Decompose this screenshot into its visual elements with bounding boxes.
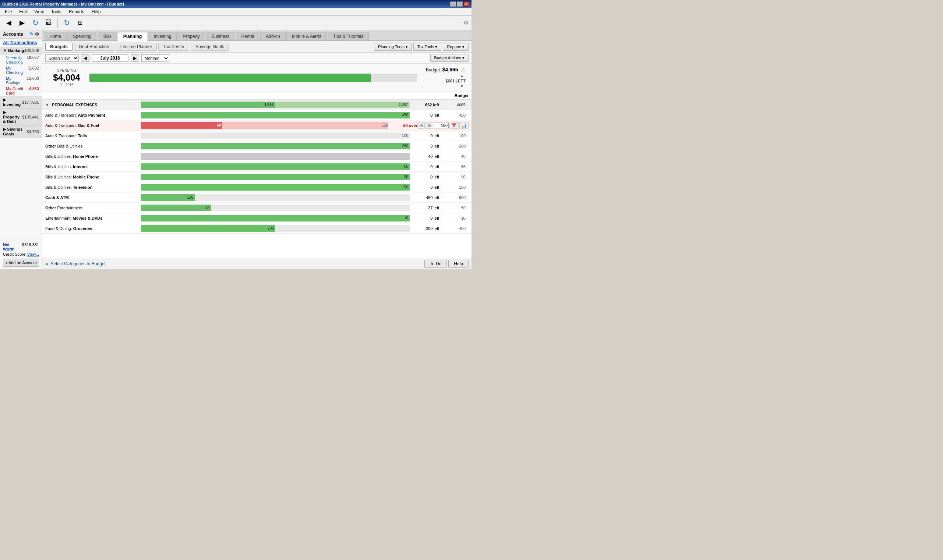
bar-track: 450 <box>141 112 410 118</box>
select-categories-link[interactable]: ● Select Categories to Budget <box>45 261 106 267</box>
tax-tools-button[interactable]: Tax Tools ▾ <box>413 43 442 51</box>
section-name[interactable]: ▼ PERSONAL EXPENSES <box>45 103 141 107</box>
budget-actions-button[interactable]: Budget Actions ▾ <box>430 54 468 62</box>
menu-edit[interactable]: Edit <box>16 8 30 15</box>
tab-bills[interactable]: Bills <box>98 32 117 40</box>
period-select[interactable]: Monthly Weekly Quarterly Annual <box>141 54 169 62</box>
tab-home[interactable]: Home <box>44 32 66 40</box>
tab-property[interactable]: Property <box>177 32 205 40</box>
grid-button[interactable]: ⊞ <box>74 17 86 29</box>
all-transactions-link[interactable]: All Transactions <box>0 38 42 47</box>
sidebar-section-savings[interactable]: ▶ Savings Goals $4,750 <box>0 125 42 138</box>
row-category-name: Entertainment <box>57 206 82 210</box>
tab-investing[interactable]: Investing <box>148 32 177 40</box>
maximize-btn[interactable]: □ <box>457 2 463 7</box>
close-btn[interactable]: ✕ <box>464 2 469 7</box>
section-budget-val: 4665 <box>439 103 468 107</box>
section-bar-fill-spent: 1,996 <box>141 102 275 108</box>
planning-tools-button[interactable]: Planning Tools ▾ <box>374 43 411 51</box>
row-chart-icon[interactable]: 📊 <box>459 122 468 129</box>
period-display: July 2016 <box>92 54 128 62</box>
tab-tips[interactable]: Tips & Tutorials <box>328 32 369 40</box>
row-split-icon[interactable]: ⊞ <box>418 122 425 129</box>
subtab-tax-center[interactable]: Tax Center <box>158 43 189 51</box>
sidebar-section-banking[interactable]: ▼ Banking $30,209 <box>0 47 42 54</box>
row-left-mobile-phone: 0 left <box>410 175 439 179</box>
row-budget-movies-dvds: 10 <box>439 216 468 220</box>
warning-icon: ⚠ <box>461 66 465 72</box>
tab-planning[interactable]: Planning <box>118 32 148 41</box>
period-next-button[interactable]: ▶ <box>131 54 139 62</box>
row-category-prefix: Auto & Transport: <box>45 123 78 128</box>
bar-fill: 65 <box>141 163 410 170</box>
row-budget-home-phone: 40 <box>439 154 468 158</box>
tab-rental[interactable]: Rental <box>236 32 260 40</box>
sidebar-section-investing[interactable]: ▶ Investing $177,931 <box>0 96 42 109</box>
row-left-internet: 0 left <box>410 165 439 169</box>
row-left-other-bills: 0 left <box>410 144 439 148</box>
row-calendar-icon[interactable]: 📅 <box>449 122 459 129</box>
net-worth-label[interactable]: Net Worth <box>3 243 22 251</box>
menu-file[interactable]: File <box>2 8 15 15</box>
section-bar-fill-remaining: 2,007 <box>275 102 409 108</box>
account-my-savings[interactable]: My Savings 12,600 <box>0 75 42 86</box>
forward-button[interactable]: ▶ <box>16 17 28 29</box>
subtab-debt-reduction[interactable]: Debt Reduction <box>74 43 114 51</box>
account-name: ↻ Family Checking <box>6 55 26 65</box>
row-budget-other-entertainment: 50 <box>439 206 468 210</box>
account-my-credit-card[interactable]: My Credit Card -4,880 <box>0 86 42 96</box>
row-category-prefix: Auto & Transport: <box>45 134 78 138</box>
bar-track: 50 <box>141 122 388 129</box>
minimize-btn[interactable]: ─ <box>450 2 456 7</box>
section-bar-track: 1,996 2,007 <box>141 102 410 108</box>
credit-score-link[interactable]: View... <box>27 252 39 257</box>
menu-tools[interactable]: Tools <box>48 8 65 15</box>
menu-help[interactable]: Help <box>88 8 104 15</box>
subtab-savings-goals[interactable]: Savings Goals <box>191 43 228 51</box>
reports-button[interactable]: Reports ▾ <box>443 43 468 51</box>
row-name-internet: Bills & Utilities: Internet <box>45 165 141 169</box>
menu-view[interactable]: View <box>31 8 47 15</box>
scroll-up-arrow[interactable]: ▲ <box>458 73 465 78</box>
budget-toolbar: Graph View Annual View ◀ July 2016 ▶ Mon… <box>42 52 471 64</box>
tab-spending[interactable]: Spending <box>67 32 97 40</box>
toolbar: ◀ ▶ ↻ 🏛 ↻ ⊞ ⚙ <box>0 15 471 30</box>
row-category-name: Cash & ATM <box>45 195 69 200</box>
add-account-button[interactable]: + Add an Account <box>3 258 39 267</box>
scroll-down-arrow[interactable]: ▼ <box>458 83 465 89</box>
period-prev-button[interactable]: ◀ <box>81 54 89 62</box>
section-expand-icon[interactable]: ▼ <box>45 103 49 107</box>
title-text: Quicken 2016 Rental Property Manager - M… <box>2 2 124 6</box>
tab-addon[interactable]: Add-on <box>260 32 286 40</box>
subtab-lifetime-planner[interactable]: Lifetime Planner <box>116 43 157 51</box>
sidebar-refresh-icon[interactable]: ↻ <box>30 32 34 37</box>
budget-amount: $4,665 <box>442 66 458 72</box>
row-budget-input-gas-fuel[interactable] <box>434 123 449 128</box>
window-controls[interactable]: ─ □ ✕ <box>450 2 469 7</box>
help-button[interactable]: Help <box>448 260 468 268</box>
sidebar-settings-icon[interactable]: ⚙ <box>35 32 39 37</box>
sidebar-header: Accounts ↻ ⚙ <box>0 30 42 38</box>
menu-reports[interactable]: Reports <box>66 8 88 15</box>
tab-mobile-alerts[interactable]: Mobile & Alerts <box>287 32 327 40</box>
select-categories-label: Select Categories to Budget <box>51 261 105 266</box>
view-select[interactable]: Graph View Annual View <box>45 54 79 62</box>
tab-business[interactable]: Business <box>206 32 235 40</box>
gear-icon[interactable]: ⚙ <box>464 19 468 26</box>
sub-area: Budgets Debt Reduction Lifetime Planner … <box>42 41 471 269</box>
secondary-nav-right: Planning Tools ▾ Tax Tools ▾ Reports ▾ <box>374 43 468 51</box>
subtab-budgets[interactable]: Budgets <box>45 43 72 51</box>
bottom-bar: ● Select Categories to Budget To Do Help <box>42 258 471 269</box>
sidebar-section-property[interactable]: ▶ Property & Debt $105,441 <box>0 109 42 125</box>
update-button[interactable]: ↻ <box>61 17 72 29</box>
todo-button[interactable]: To Do <box>424 260 447 268</box>
account-family-checking[interactable]: ↻ Family Checking 19,657 <box>0 54 42 65</box>
row-settings-icon[interactable]: ⚙ <box>425 122 433 129</box>
row-name-cash-atm: Cash & ATM <box>45 195 141 200</box>
account-my-checking[interactable]: My Checking 2,832 <box>0 65 42 75</box>
back-button[interactable]: ◀ <box>3 17 15 29</box>
spending-bar-container <box>89 74 417 82</box>
refresh-button[interactable]: ↻ <box>29 17 41 29</box>
home-button[interactable]: 🏛 <box>43 17 54 29</box>
bar-track: 120 <box>141 194 410 201</box>
